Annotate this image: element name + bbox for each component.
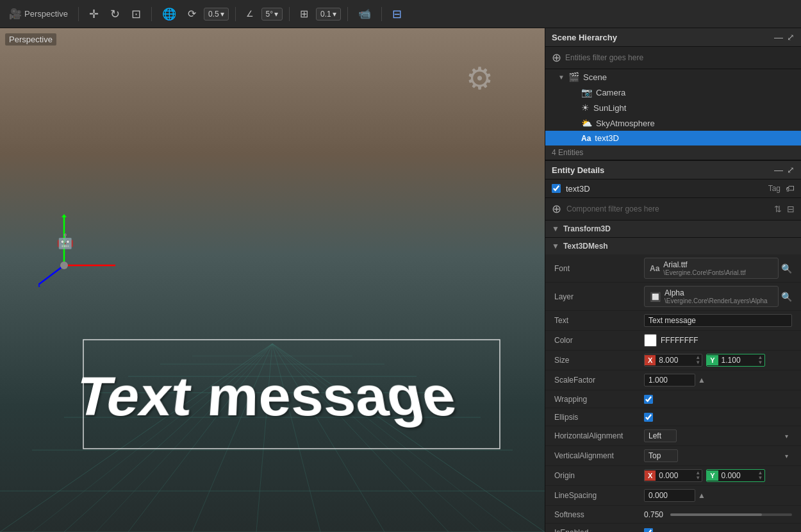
size-y-down[interactable]: ▼ (758, 360, 763, 365)
angle-dropdown-arrow: ▾ (274, 10, 278, 19)
angle-value-dropdown[interactable]: 5° ▾ (261, 8, 283, 21)
linespacing-spin-up[interactable]: ▲ (698, 491, 706, 500)
font-value: Aa Arial.ttf \Evergine.Core\Fonts\Arial.… (644, 258, 792, 279)
prop-color: Color FFFFFFFF (545, 331, 801, 351)
entities-filter-input[interactable] (565, 53, 795, 62)
linespacing-value: ▲ (644, 489, 792, 502)
rotate-tool-button[interactable]: ↻ (106, 5, 124, 23)
font-label: Font (554, 264, 644, 273)
snap-value-dropdown[interactable]: 0.5 ▾ (204, 8, 229, 21)
globe-button[interactable]: 🌐 (158, 5, 180, 23)
angle-button[interactable]: ∠ (242, 7, 258, 21)
scale-tool-button[interactable]: ⊡ (128, 5, 145, 23)
font-file-button[interactable]: Aa Arial.ttf \Evergine.Core\Fonts\Arial.… (644, 258, 779, 279)
sunlight-icon: ☀ (581, 103, 590, 113)
isenabled-checkbox[interactable] (644, 528, 653, 533)
size-x-down[interactable]: ▼ (695, 360, 700, 365)
tree-item-sunlight[interactable]: ☀ SunLight (545, 100, 801, 115)
font-search-button[interactable]: 🔍 (781, 263, 792, 274)
component-options-icon[interactable]: ⊟ (787, 204, 795, 214)
origin-x-down[interactable]: ▼ (695, 476, 700, 481)
tree-item-camera[interactable]: 📷 Camera (545, 85, 801, 100)
move2-dropdown-arrow: ▾ (333, 10, 336, 19)
text3dmesh-title: Text3DMesh (563, 242, 795, 251)
camera-button[interactable]: 🎥 Perspective (5, 6, 72, 22)
size-y-input[interactable]: Y ▲ ▼ (706, 354, 764, 367)
camera2-icon: 📹 (358, 8, 371, 20)
transform3d-title: Transform3D (563, 224, 795, 233)
viewport-label: Perspective (5, 33, 56, 46)
ellipsis-value (644, 413, 792, 422)
svg-point-27 (60, 262, 68, 269)
wrapping-value (644, 395, 792, 404)
details-expand-icon[interactable]: ⤢ (787, 165, 795, 175)
origin-x-input[interactable]: X ▲ ▼ (644, 469, 702, 482)
softness-slider-track[interactable] (670, 513, 792, 516)
angle-value: 5° (266, 10, 273, 19)
move2-button[interactable]: ⊞ (296, 6, 312, 22)
add-component-button[interactable]: ⊕ (552, 202, 561, 216)
size-y-label: Y (707, 355, 718, 365)
prop-ellipsis: Ellipsis (545, 408, 801, 426)
origin-y-down[interactable]: ▼ (758, 476, 763, 481)
toolbar-separator-6 (381, 7, 382, 21)
vertical-alignment-select-wrapper: Top Middle Bottom (644, 449, 792, 462)
layer-file-icon: 🔲 (650, 292, 661, 302)
right-panel: Scene Hierarchy — ⤢ ⊕ ▼ 🎬 Scene 📷 Camera (545, 28, 801, 532)
text-input[interactable] (644, 314, 792, 327)
component-sort-icon[interactable]: ⇅ (774, 204, 782, 214)
vertical-alignment-value: Top Middle Bottom (644, 449, 792, 462)
tree-item-skyatmosphere[interactable]: ⛅ SkyAtmosphere (545, 115, 801, 131)
horizontal-alignment-select[interactable]: Left Center Right (644, 429, 677, 442)
vertical-alignment-select[interactable]: Top Middle Bottom (644, 449, 678, 462)
color-value: FFFFFFFF (644, 334, 792, 347)
scalefactor-spin-up[interactable]: ▲ (698, 376, 706, 385)
scale-tool-icon: ⊡ (131, 7, 141, 21)
layer-search-button[interactable]: 🔍 (781, 292, 792, 302)
grid-toggle-button[interactable]: ⊟ (388, 5, 406, 23)
tree-item-scene[interactable]: ▼ 🎬 Scene (545, 69, 801, 85)
color-swatch[interactable] (644, 334, 657, 347)
scalefactor-input[interactable] (644, 374, 695, 387)
size-y-value[interactable] (718, 354, 757, 366)
entity-name-input[interactable] (566, 184, 763, 194)
camera2-button[interactable]: 📹 (354, 6, 375, 22)
layer-file-text: Alpha \Evergine.Core\RenderLayers\Alpha (665, 288, 768, 304)
softness-slider-fill (670, 513, 762, 516)
scene-hierarchy: Scene Hierarchy — ⤢ ⊕ ▼ 🎬 Scene 📷 Camera (545, 28, 801, 161)
size-x-value[interactable] (656, 354, 694, 366)
transform3d-header[interactable]: ▼ Transform3D (545, 220, 801, 237)
entity-enabled-checkbox[interactable] (552, 184, 561, 193)
layer-file-button[interactable]: 🔲 Alpha \Evergine.Core\RenderLayers\Alph… (644, 286, 779, 307)
origin-y-arrows: ▲ ▼ (757, 470, 764, 481)
size-x-input[interactable]: X ▲ ▼ (644, 354, 702, 367)
size-label: Size (554, 356, 644, 365)
camera-icon: 🎥 (9, 8, 22, 20)
ellipsis-checkbox[interactable] (644, 413, 653, 422)
component-transform3d: ▼ Transform3D (545, 220, 801, 238)
origin-x-value[interactable] (656, 470, 694, 481)
layer-filepath: \Evergine.Core\RenderLayers\Alpha (665, 297, 768, 304)
tree-item-text3d[interactable]: Aa text3D (545, 131, 801, 145)
prop-scalefactor: ScaleFactor ▲ (545, 370, 801, 390)
move2-value-dropdown[interactable]: 0.1 ▾ (316, 8, 341, 21)
tag-icon[interactable]: 🏷 (786, 183, 795, 194)
move-tool-button[interactable]: ✛ (85, 5, 103, 23)
scene-arrow-icon: ▼ (558, 74, 565, 81)
character-icon: 🤖 (56, 233, 74, 250)
linespacing-input[interactable] (644, 489, 695, 502)
font-filename: Arial.ttf (663, 260, 745, 269)
wrapping-label: Wrapping (554, 395, 644, 404)
text3d-label: text3D (595, 133, 619, 143)
wrapping-checkbox[interactable] (644, 395, 653, 404)
text3dmesh-header[interactable]: ▼ Text3DMesh (545, 238, 801, 254)
hierarchy-expand-icon[interactable]: ⤢ (787, 32, 795, 42)
origin-y-value[interactable] (718, 470, 757, 481)
add-entity-button[interactable]: ⊕ (552, 51, 561, 65)
details-minimize-icon[interactable]: — (774, 165, 783, 175)
viewport[interactable]: Perspective ⚙ (0, 28, 545, 532)
snap-button[interactable]: ⟳ (184, 6, 200, 22)
hierarchy-minimize-icon[interactable]: — (774, 32, 783, 42)
origin-y-input[interactable]: Y ▲ ▼ (706, 469, 764, 482)
svg-rect-28 (83, 340, 500, 449)
